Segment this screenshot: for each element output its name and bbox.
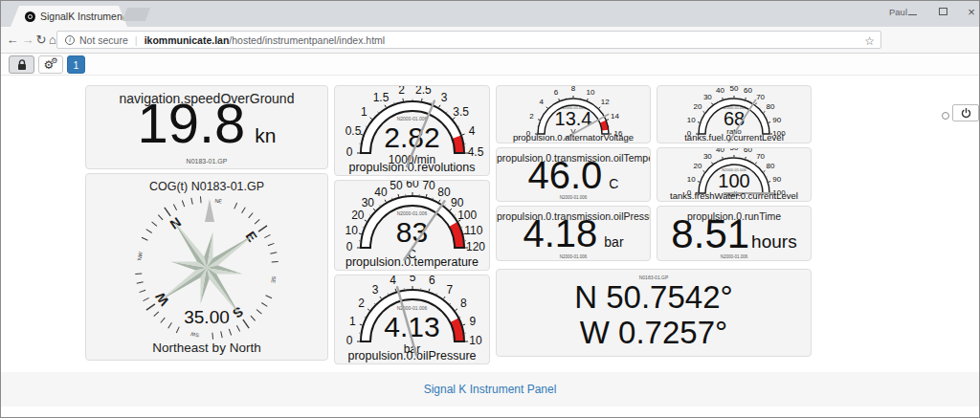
gauge-value: 4.13: [335, 313, 489, 341]
signalk-footer-link[interactable]: Signal K Instrument Panel: [424, 383, 557, 396]
svg-text:60: 60: [744, 148, 752, 154]
svg-text:6: 6: [429, 275, 435, 287]
widget-title: COG(t) N0183-01.GP: [86, 180, 327, 193]
widget-fuel-level-gauge[interactable]: N2000-01.006 68 ratio tanks.fuel.0.curre…: [657, 85, 812, 143]
svg-text:70: 70: [756, 152, 765, 161]
gauge-label: tanks.freshWater.0.currentLevel: [657, 191, 811, 201]
speed-unit: kn: [255, 124, 276, 147]
widget-alternator-voltage-gauge[interactable]: N2000-01.006 13.4 V propulsion.0.alterna…: [496, 85, 651, 143]
unit: C: [609, 176, 618, 191]
widget-fresh-water-level-gauge[interactable]: N2000-01.006 100 ratio tanks.freshWater.…: [657, 147, 812, 202]
widget-transmission-oil-temperature[interactable]: propulsion.0.transmission.oilTemperature…: [496, 147, 651, 202]
svg-text:6: 6: [554, 88, 559, 97]
page-info-icon[interactable]: i: [65, 35, 75, 45]
url-path: /hosted/instrumentpanel/index.html: [229, 34, 385, 46]
notification-count-button[interactable]: 1: [67, 55, 85, 74]
window-minimize-button[interactable]: [899, 1, 925, 22]
new-tab-button[interactable]: [122, 8, 150, 21]
widget-transmission-oil-pressure[interactable]: propulsion.0.transmission.oilPressure 4.…: [496, 206, 651, 261]
svg-text:NE: NE: [214, 197, 223, 204]
bookmark-star-icon[interactable]: ☆: [864, 34, 875, 48]
widget-engine-temperature-gauge[interactable]: N2000-01.006 83 C propulsion.0.temperatu…: [334, 180, 490, 271]
tab-close-icon[interactable]: ×: [155, 11, 161, 22]
svg-text:60: 60: [744, 86, 752, 95]
gauge-value: 68: [657, 109, 811, 128]
svg-text:2: 2: [398, 86, 405, 97]
unit: hours: [751, 231, 797, 253]
url-host: ikommunicate.lan: [145, 34, 230, 46]
address-bar[interactable]: i Not secure | ikommunicate.lan /hosted/…: [56, 31, 881, 49]
value: 4.18: [523, 214, 597, 253]
window-maximize-button[interactable]: [929, 1, 956, 22]
close-icon: ×: [968, 6, 975, 18]
svg-text:8: 8: [571, 86, 576, 93]
svg-text:40: 40: [716, 86, 724, 95]
svg-text:12: 12: [601, 98, 610, 106]
svg-text:SW: SW: [189, 331, 200, 339]
back-icon[interactable]: ←: [5, 27, 20, 53]
data-source: N0183-01.GP: [86, 158, 327, 165]
widget-speed-over-ground[interactable]: navigation.speedOverGround 19.8 kn N0183…: [85, 85, 328, 169]
svg-text:2.5: 2.5: [415, 86, 432, 97]
settings-button[interactable]: ⚙ ⚙: [38, 55, 63, 74]
svg-text:SE: SE: [270, 275, 277, 284]
widget-revolutions-gauge[interactable]: N2000-01.006 2.82 1000/min propulsion.0.…: [334, 85, 490, 176]
widget-compass-cog[interactable]: COG(t) N0183-01.GP NESWNESESWNW 35.00 No…: [85, 173, 328, 361]
gauge-label: propulsion.0.revolutions: [335, 162, 489, 174]
browser-tab[interactable]: SignalK Instrumentpanel ×: [11, 6, 127, 27]
data-source: N2000-01.006: [497, 254, 650, 259]
svg-text:4: 4: [390, 275, 396, 287]
svg-text:5: 5: [410, 275, 416, 284]
power-icon: [961, 108, 971, 119]
maximize-icon: [939, 8, 947, 15]
svg-text:50: 50: [730, 86, 739, 93]
svg-text:1.5: 1.5: [373, 91, 390, 104]
gauge-label: tanks.fuel.0.currentLevel: [657, 133, 811, 143]
svg-text:E: E: [242, 229, 259, 245]
heading-value: 35.00: [86, 307, 327, 328]
gauge-value: 13.4: [497, 109, 650, 128]
value: 8.51: [671, 214, 749, 254]
browser-titlebar: SignalK Instrumentpanel × Paul ×: [1, 1, 979, 27]
app-toolbar: ⚙ ⚙ 1: [1, 54, 979, 76]
svg-text:60: 60: [406, 181, 419, 190]
security-label: Not secure: [79, 34, 128, 46]
connection-status-icon: [942, 112, 949, 120]
window-close-button[interactable]: ×: [958, 1, 980, 22]
svg-text:50: 50: [730, 148, 739, 152]
svg-text:70: 70: [422, 181, 435, 192]
power-button[interactable]: [952, 104, 979, 121]
svg-text:3: 3: [441, 91, 448, 104]
browser-toolbar: ← → ↻ ⌂ i Not secure | ikommunicate.lan …: [1, 27, 979, 54]
data-source: N2000-01.006: [657, 254, 811, 259]
gauge-label: propulsion.0.alternatorVoltage: [497, 133, 650, 143]
svg-text:W: W: [152, 289, 172, 309]
svg-text:30: 30: [703, 93, 712, 101]
widget-oil-pressure-gauge[interactable]: N2000-01.006 4.13 bar propulsion.0.oilPr…: [334, 275, 490, 364]
svg-text:N: N: [167, 214, 184, 232]
page-footer: Signal K Instrument Panel: [1, 372, 979, 407]
gauge-value: 83: [335, 218, 489, 247]
latitude-value: N 50.7542°: [497, 279, 811, 315]
gauge-label: propulsion.0.temperature: [335, 256, 489, 269]
gauge-value: 100: [657, 171, 811, 190]
svg-text:4: 4: [540, 98, 545, 106]
gauge-value: 2.82: [335, 123, 489, 152]
svg-text:80: 80: [437, 186, 451, 199]
longitude-value: W 0.7257°: [497, 315, 811, 350]
svg-text:30: 30: [703, 152, 712, 161]
svg-text:10: 10: [587, 88, 595, 97]
lock-layout-button[interactable]: [9, 55, 34, 74]
svg-text:7: 7: [446, 283, 453, 297]
heading-name: Northeast by North: [86, 341, 327, 355]
svg-text:40: 40: [374, 186, 388, 199]
unit: bar: [604, 234, 623, 250]
svg-text:NW: NW: [136, 251, 144, 261]
svg-text:40: 40: [716, 148, 724, 154]
svg-text:3: 3: [372, 283, 379, 297]
browser-window: SignalK Instrumentpanel × Paul × ← → ↻ ⌂…: [0, 0, 980, 418]
data-source: N2000-01.006: [497, 195, 650, 200]
speed-value: 19.8: [137, 96, 245, 151]
widget-engine-run-time[interactable]: propulsion.0.runTime 8.51 hours N2000-01…: [657, 206, 812, 261]
widget-gps-position[interactable]: N0183-01.GP N 50.7542° W 0.7257°: [496, 269, 812, 357]
